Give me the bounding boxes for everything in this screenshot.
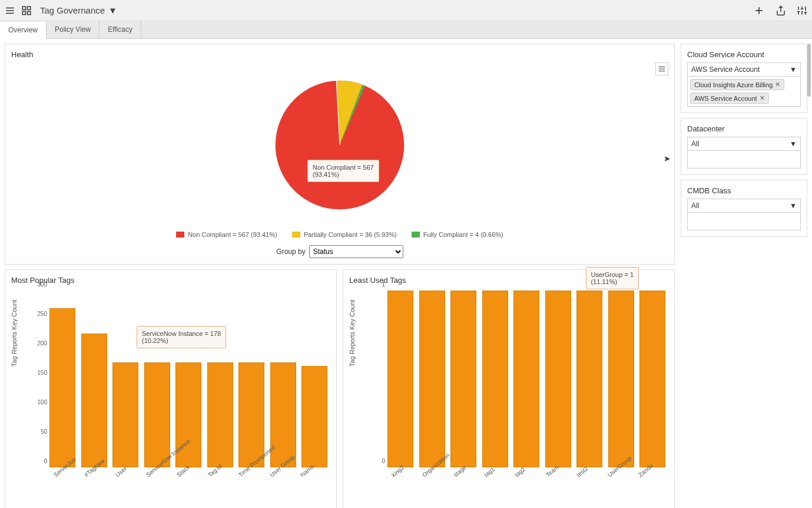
y-axis-label: Tag Reports Key Count (349, 299, 356, 367)
y-tick: 100 (37, 399, 47, 405)
grid-icon[interactable] (21, 5, 32, 16)
settings-sliders-icon[interactable] (797, 5, 807, 16)
y-tick: 0 (382, 458, 385, 464)
groupby-select[interactable]: Status (309, 245, 403, 258)
tab-policy-view[interactable]: Policy View (47, 21, 100, 38)
bar[interactable] (513, 291, 539, 467)
chip-remove-icon[interactable]: ✕ (775, 81, 780, 88)
tab-efficacy[interactable]: Efficacy (100, 21, 141, 38)
popular-tooltip: ServiceNow Instance = 178 (10.22%) (137, 326, 226, 348)
y-tick: 200 (37, 340, 47, 347)
bar[interactable] (545, 291, 571, 467)
menu-icon[interactable] (5, 5, 15, 16)
y-tick: 1 (382, 281, 385, 288)
csa-chip-area: Cloud Insights Azure Billing✕ AWS Servic… (687, 77, 801, 107)
bar[interactable] (49, 308, 75, 467)
chevron-down-icon: ▼ (790, 140, 797, 148)
bar[interactable] (387, 291, 413, 467)
legend-item-partially-compliant[interactable]: Partially Compliant = 36 (5.93%) (292, 231, 397, 238)
bar[interactable] (301, 366, 327, 467)
scrollbar-thumb[interactable] (807, 44, 811, 97)
pie-tooltip: Non Compliant = 567 (93.41%) (307, 160, 379, 182)
tab-bar: Overview Policy View Efficacy (0, 21, 812, 39)
bar[interactable] (482, 291, 508, 467)
add-icon[interactable] (753, 5, 765, 17)
filter-chip[interactable]: Cloud Insights Azure Billing✕ (690, 79, 784, 90)
svg-rect-6 (28, 11, 31, 14)
cmdb-class-filter: CMDB Class All ▼ (681, 180, 807, 237)
y-tick: 0 (44, 458, 47, 464)
bar[interactable] (207, 362, 233, 467)
cursor-icon: ➤ (664, 154, 671, 163)
chevron-down-icon: ▼ (108, 5, 117, 15)
y-tick: 300 (37, 281, 47, 288)
bar[interactable] (144, 362, 170, 467)
bar[interactable] (639, 291, 665, 467)
chip-remove-icon[interactable]: ✕ (760, 94, 765, 102)
filter-title: Datacenter (687, 124, 801, 133)
health-legend: Non Compliant = 567 (93.41%) Partially C… (11, 231, 668, 238)
health-title: Health (11, 50, 668, 59)
y-axis-label: Tag Reports Key Count (11, 299, 18, 367)
health-panel: Health (5, 44, 675, 265)
least-tags-panel: Least Used Tags UserGroup = 1 (11.11%) T… (343, 269, 675, 508)
bar[interactable] (450, 291, 476, 467)
svg-rect-3 (22, 6, 25, 9)
bar[interactable] (270, 362, 296, 467)
least-tags-chart[interactable]: Tag Reports Key Count 01 king2Organizati… (370, 291, 668, 503)
cmdb-select[interactable]: All ▼ (687, 199, 801, 213)
y-tick: 150 (37, 370, 47, 376)
app-header: Tag Governance ▼ (0, 0, 812, 21)
health-pie-chart[interactable] (272, 62, 407, 227)
svg-rect-5 (22, 11, 25, 14)
chevron-down-icon: ▼ (790, 202, 797, 210)
cloud-service-account-filter: Cloud Service Account AWS Service Accoun… (681, 44, 807, 113)
tooltip-line1: Non Compliant = 567 (313, 164, 374, 171)
least-tooltip: UserGroup = 1 (11.11%) (586, 267, 639, 289)
csa-select[interactable]: AWS Service Account ▼ (687, 62, 801, 77)
filter-title: Cloud Service Account (687, 50, 801, 59)
bar[interactable] (112, 362, 138, 467)
popular-tags-panel: Most Popular Tags Tag Reports Key Count … (5, 269, 337, 508)
legend-item-non-compliant[interactable]: Non Compliant = 567 (93.41%) (176, 231, 277, 238)
filter-chip[interactable]: AWS Service Account✕ (690, 93, 769, 104)
dc-chip-area (687, 151, 801, 169)
bar[interactable] (576, 291, 602, 467)
tab-overview[interactable]: Overview (0, 22, 47, 39)
chevron-down-icon: ▼ (790, 65, 797, 74)
bar[interactable] (608, 291, 634, 467)
y-tick: 250 (37, 311, 47, 317)
popular-tags-chart[interactable]: Tag Reports Key Count 050100150200250300… (32, 291, 330, 503)
bar[interactable] (419, 291, 445, 467)
page-title-dropdown[interactable]: Tag Governance ▼ (40, 5, 117, 15)
y-tick: 50 (41, 428, 47, 435)
cmdb-chip-area (687, 213, 801, 230)
filter-title: CMDB Class (687, 186, 801, 195)
datacenter-filter: Datacenter All ▼ (681, 118, 807, 175)
page-title: Tag Governance (40, 5, 105, 15)
bar[interactable] (238, 362, 264, 467)
panel-options-icon[interactable] (655, 62, 668, 75)
tooltip-line2: (93.41%) (313, 171, 374, 178)
popular-tags-title: Most Popular Tags (11, 276, 330, 285)
export-icon[interactable] (775, 5, 786, 16)
legend-item-fully-compliant[interactable]: Fully Compliant = 4 (0.66%) (412, 231, 503, 238)
bar[interactable] (81, 334, 107, 467)
groupby-label: Group by (276, 248, 305, 256)
svg-rect-4 (28, 6, 31, 9)
dc-select[interactable]: All ▼ (687, 137, 801, 151)
